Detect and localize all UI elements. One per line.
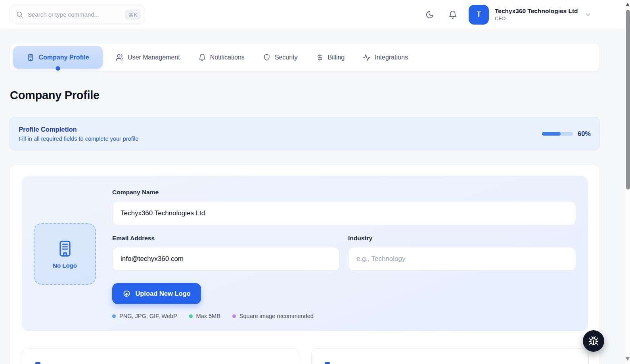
settings-tabs: Company Profile User Management Notifica… <box>10 43 600 72</box>
scrollbar-up-arrow[interactable] <box>626 3 630 6</box>
header-actions: T Techyx360 Technologies Ltd CFO <box>421 0 592 29</box>
company-logo-dropzone[interactable]: No Logo <box>34 223 96 285</box>
hint-max-size: Max 5MB <box>189 313 220 319</box>
upload-icon <box>123 289 131 298</box>
report-bug-button[interactable] <box>583 330 604 352</box>
upload-hints: PNG, JPG, GIF, WebP Max 5MB Square image… <box>112 313 314 319</box>
activity-icon <box>363 54 371 61</box>
tab-label: User Management <box>128 54 180 61</box>
search-input[interactable]: Search or type command... ⌘K <box>10 6 145 23</box>
bug-icon <box>588 336 599 346</box>
section-icon <box>325 362 330 364</box>
tab-label: Security <box>275 54 298 61</box>
hint-text: Square image recommended <box>239 313 314 319</box>
settings-page: Search or type command... ⌘K T Techyx360… <box>0 0 630 364</box>
scrollbar-down-arrow[interactable] <box>626 357 630 361</box>
user-name: Techyx360 Technologies Ltd <box>495 7 578 15</box>
building-icon <box>27 54 34 61</box>
tab-security[interactable]: Security <box>254 46 307 69</box>
industry-field[interactable] <box>348 247 576 271</box>
tab-integrations[interactable]: Integrations <box>354 46 417 69</box>
scrollbar-thumb[interactable] <box>626 10 630 190</box>
search-placeholder: Search or type command... <box>28 11 125 18</box>
completion-text: Profile Completion Fill in all required … <box>19 126 138 142</box>
tab-billing[interactable]: Billing <box>307 46 354 69</box>
chevron-down-icon <box>584 11 592 18</box>
user-meta: Techyx360 Technologies Ltd CFO <box>495 7 578 22</box>
top-header: Search or type command... ⌘K T Techyx360… <box>0 0 625 29</box>
email-field[interactable] <box>112 247 340 271</box>
tab-label: Notifications <box>210 54 245 61</box>
profile-completion-card: Profile Completion Fill in all required … <box>10 117 600 150</box>
company-name-field[interactable] <box>112 201 576 225</box>
page-scrollbar[interactable] <box>625 0 630 364</box>
tab-label: Company Profile <box>38 54 89 61</box>
no-logo-label: No Logo <box>53 262 77 269</box>
dollar-icon <box>316 54 324 61</box>
completion-title: Profile Completion <box>19 126 138 133</box>
lower-section-card-right <box>311 348 589 364</box>
company-name-label: Company Name <box>112 189 159 196</box>
email-label: Email Address <box>112 235 155 242</box>
moon-icon <box>425 10 434 19</box>
completion-subtitle: Fill in all required fields to complete … <box>19 136 138 142</box>
bell-icon <box>448 10 457 19</box>
hint-square-image: Square image recommended <box>232 313 314 319</box>
profile-menu-button[interactable] <box>584 11 592 18</box>
hint-file-types: PNG, JPG, GIF, WebP <box>112 313 177 319</box>
tab-user-management[interactable]: User Management <box>107 46 189 69</box>
upload-logo-button[interactable]: Upload New Logo <box>112 283 201 304</box>
bell-icon <box>198 54 206 61</box>
progress-percent: 60% <box>578 130 591 138</box>
keyboard-shortcut-badge: ⌘K <box>125 10 141 20</box>
building-icon <box>56 239 75 258</box>
users-icon <box>116 54 124 61</box>
upload-button-label: Upload New Logo <box>135 290 190 297</box>
tab-label: Billing <box>328 54 345 61</box>
hint-dot <box>232 314 236 318</box>
search-icon <box>16 11 23 18</box>
page-title: Company Profile <box>10 89 100 102</box>
hint-dot <box>189 314 193 318</box>
tab-notifications[interactable]: Notifications <box>189 46 254 69</box>
progress-bar-fill <box>542 132 561 136</box>
user-role: CFO <box>495 15 578 22</box>
hint-dot <box>112 314 116 318</box>
hint-text: Max 5MB <box>196 313 220 319</box>
dark-mode-toggle[interactable] <box>421 6 439 23</box>
active-tab-indicator-dot <box>56 66 60 71</box>
lower-section-card-left <box>22 348 299 364</box>
section-icon <box>35 362 40 364</box>
industry-label: Industry <box>348 235 372 242</box>
tab-company-profile[interactable]: Company Profile <box>13 46 103 69</box>
hint-text: PNG, JPG, GIF, WebP <box>119 313 177 319</box>
tab-label: Integrations <box>375 54 408 61</box>
shield-icon <box>263 54 271 61</box>
avatar[interactable]: T <box>469 5 489 25</box>
notifications-button[interactable] <box>444 6 461 23</box>
completion-progress: 60% <box>542 130 591 138</box>
progress-bar-track <box>542 132 573 136</box>
